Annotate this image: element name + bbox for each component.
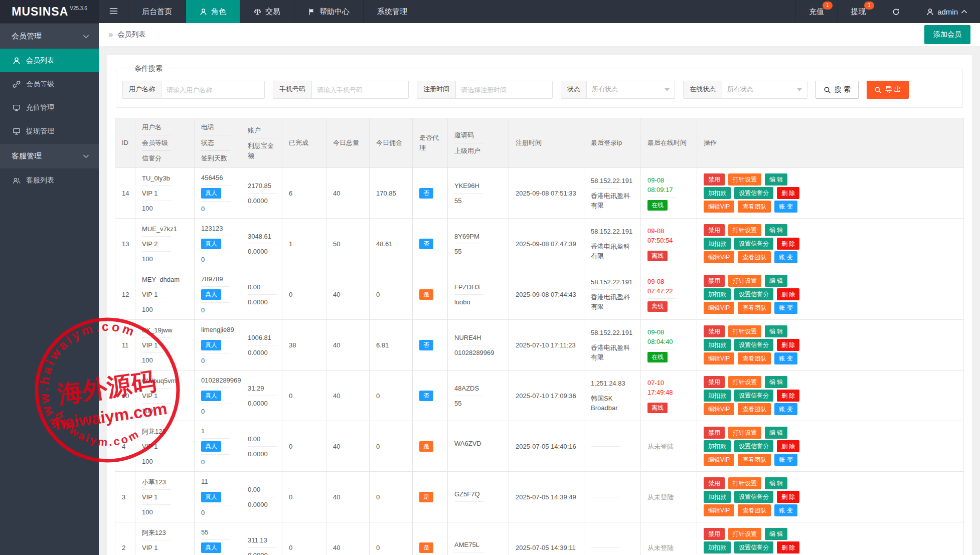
delete-button[interactable]: 删 除 [777, 339, 799, 351]
inject-settings-button[interactable]: 打针设置 [728, 427, 761, 439]
adjust-funds-button[interactable]: 加扣款 [704, 238, 731, 250]
edit-vip-button[interactable]: 编辑VIP [704, 251, 734, 263]
view-team-button[interactable]: 查看团队 [738, 403, 771, 415]
disable-button[interactable]: 禁用 [704, 477, 725, 489]
adjust-funds-button[interactable]: 加扣款 [704, 541, 731, 553]
adjust-funds-button[interactable]: 加扣款 [704, 187, 731, 199]
edit-vip-button[interactable]: 编辑VIP [704, 352, 734, 364]
disable-button[interactable]: 禁用 [704, 325, 725, 337]
sidebar-group-service-management[interactable]: 客服管理 [0, 144, 99, 168]
nav-system[interactable]: 系统管理 [364, 0, 421, 23]
view-team-button[interactable]: 查看团队 [738, 251, 771, 263]
delete-button[interactable]: 删 除 [777, 288, 799, 300]
phone-input[interactable] [312, 81, 408, 98]
set-credit-button[interactable]: 设置信誉分 [734, 491, 773, 503]
disable-button[interactable]: 禁用 [704, 528, 725, 540]
sidebar-item-member-level[interactable]: 会员等级 [0, 72, 99, 96]
nav-help-center[interactable]: 帮助中心 [294, 0, 364, 23]
set-credit-button[interactable]: 设置信誉分 [734, 440, 773, 452]
inject-settings-button[interactable]: 打针设置 [728, 528, 761, 540]
inject-settings-button[interactable]: 打针设置 [728, 376, 761, 388]
hamburger-icon[interactable] [99, 0, 128, 23]
adjust-funds-button[interactable]: 加扣款 [704, 390, 731, 402]
delete-button[interactable]: 删 除 [777, 238, 799, 250]
withdraw-nav-item[interactable]: 提现1 [837, 0, 879, 23]
set-credit-button[interactable]: 设置信誉分 [734, 288, 773, 300]
register-time-input[interactable] [456, 81, 552, 98]
view-team-button[interactable]: 查看团队 [738, 201, 771, 213]
edit-vip-button[interactable]: 编辑VIP [704, 403, 734, 415]
view-team-button[interactable]: 查看团队 [738, 302, 771, 314]
edit-button[interactable]: 编 辑 [765, 376, 787, 388]
sidebar-item-service-list[interactable]: 客服列表 [0, 168, 99, 192]
sidebar-item-recharge-management[interactable]: 充值管理 [0, 96, 99, 119]
adjust-funds-button[interactable]: 加扣款 [704, 440, 731, 452]
cell-divider [142, 302, 171, 302]
view-team-button[interactable]: 查看团队 [738, 504, 771, 516]
online-status-select[interactable]: 在线状态 所有状态 [683, 81, 807, 99]
edit-button[interactable]: 编 辑 [765, 173, 787, 186]
set-credit-button[interactable]: 设置信誉分 [734, 541, 773, 553]
set-credit-button[interactable]: 设置信誉分 [734, 238, 773, 250]
inject-settings-button[interactable]: 打针设置 [728, 275, 761, 287]
edit-button[interactable]: 编 辑 [765, 528, 787, 540]
add-member-button[interactable]: 添加会员 [924, 25, 970, 44]
today-commission: 6.81 [370, 320, 413, 371]
sidebar-item-member-list[interactable]: 会员列表 [0, 49, 99, 72]
delete-button[interactable]: 删 除 [777, 491, 799, 503]
export-button[interactable]: 导 出 [867, 81, 909, 99]
view-team-button[interactable]: 查看团队 [738, 352, 771, 364]
adjust-funds-button[interactable]: 加扣款 [704, 339, 731, 351]
last-online-td: 09-08 08:09:17在线 [641, 168, 697, 219]
disable-button[interactable]: 禁用 [704, 427, 725, 439]
edit-button[interactable]: 编 辑 [765, 325, 787, 337]
nav-dashboard[interactable]: 后台首页 [128, 0, 186, 23]
refresh-button[interactable] [879, 0, 913, 23]
edit-vip-button[interactable]: 编辑VIP [704, 504, 734, 516]
inject-settings-button[interactable]: 打针设置 [728, 325, 761, 337]
inject-settings-button[interactable]: 打针设置 [728, 173, 761, 186]
edit-button[interactable]: 编 辑 [765, 477, 787, 489]
sidebar-group-member-management[interactable]: 会员管理 [0, 24, 99, 49]
inject-settings-button[interactable]: 打针设置 [728, 477, 761, 489]
balance-change-button[interactable]: 账 变 [774, 454, 797, 466]
sidebar-item-withdraw-management[interactable]: 提现管理 [0, 119, 99, 143]
inject-settings-button[interactable]: 打针设置 [728, 224, 761, 236]
delete-button[interactable]: 删 除 [777, 187, 799, 199]
edit-button[interactable]: 编 辑 [765, 224, 787, 236]
balance-change-button[interactable]: 账 变 [774, 201, 797, 213]
agent-cell: 否 [413, 168, 448, 219]
disable-button[interactable]: 禁用 [704, 275, 725, 287]
view-team-button[interactable]: 查看团队 [738, 454, 771, 466]
balance-change-button[interactable]: 账 变 [774, 302, 797, 314]
edit-vip-button[interactable]: 编辑VIP [704, 454, 734, 466]
status-select[interactable]: 状态 所有状态 [561, 81, 675, 99]
delete-button[interactable]: 删 除 [777, 390, 799, 402]
nav-roles[interactable]: 角色 [186, 0, 240, 23]
recharge-nav-item[interactable]: 充值1 [795, 0, 837, 23]
balance-change-button[interactable]: 账 变 [774, 504, 797, 516]
search-button[interactable]: 搜 索 [815, 81, 859, 99]
disable-button[interactable]: 禁用 [704, 224, 725, 236]
set-credit-button[interactable]: 设置信誉分 [734, 339, 773, 351]
balance-change-button[interactable]: 账 变 [774, 251, 797, 263]
username-input[interactable] [161, 81, 264, 98]
edit-vip-button[interactable]: 编辑VIP [704, 201, 734, 213]
main-menu: 后台首页角色交易帮助中心系统管理 [128, 0, 421, 23]
edit-vip-button[interactable]: 编辑VIP [704, 302, 734, 314]
balance-change-button[interactable]: 账 变 [774, 352, 797, 364]
set-credit-button[interactable]: 设置信誉分 [734, 390, 773, 402]
edit-button[interactable]: 编 辑 [765, 427, 787, 439]
edit-button[interactable]: 编 辑 [765, 275, 787, 287]
delete-button[interactable]: 删 除 [777, 440, 799, 452]
set-credit-button[interactable]: 设置信誉分 [734, 187, 773, 199]
adjust-funds-button[interactable]: 加扣款 [704, 491, 731, 503]
adjust-funds-button[interactable]: 加扣款 [704, 288, 731, 300]
delete-button[interactable]: 删 除 [777, 541, 799, 553]
ip-cell-td: 58.152.22.191香港电讯盈科有限 [584, 320, 641, 371]
user-menu[interactable]: admin [913, 0, 980, 23]
nav-trade[interactable]: 交易 [240, 0, 294, 23]
disable-button[interactable]: 禁用 [704, 376, 725, 388]
balance-change-button[interactable]: 账 变 [774, 403, 797, 415]
disable-button[interactable]: 禁用 [704, 173, 725, 186]
